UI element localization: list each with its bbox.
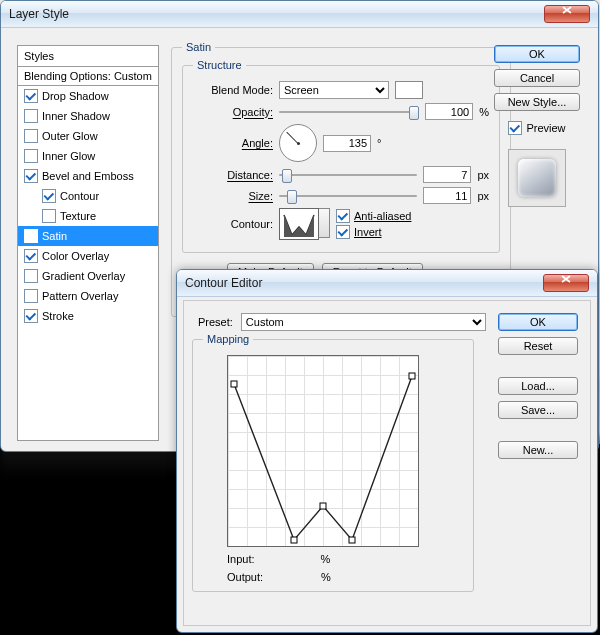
opacity-unit: % — [479, 106, 489, 118]
checkbox-icon — [42, 189, 56, 203]
contour-label: Contour: — [193, 218, 273, 230]
contour-editor-title: Contour Editor — [185, 276, 262, 290]
style-item-label: Inner Glow — [42, 150, 95, 162]
svg-rect-2 — [291, 537, 297, 543]
style-item-label: Gradient Overlay — [42, 270, 125, 282]
style-item-label: Satin — [42, 230, 67, 242]
new-style-button[interactable]: New Style... — [494, 93, 580, 111]
opacity-input[interactable] — [425, 103, 473, 120]
mapping-graph[interactable] — [227, 355, 419, 547]
blending-options-label: Blending Options: Custom — [24, 70, 152, 82]
contour-editor-dialog: Contour Editor Preset: Custom Mapping — [176, 269, 598, 633]
output-unit: % — [321, 571, 331, 583]
size-slider[interactable] — [279, 189, 417, 203]
satin-legend: Satin — [182, 41, 215, 53]
checkbox-icon — [24, 269, 38, 283]
preset-label: Preset: — [198, 316, 233, 328]
style-item-label: Texture — [60, 210, 96, 222]
opacity-slider[interactable] — [279, 105, 419, 119]
checkbox-icon — [336, 225, 350, 239]
angle-dial[interactable] — [279, 124, 317, 162]
contour-editor-titlebar[interactable]: Contour Editor — [177, 270, 597, 297]
style-item-color-overlay[interactable]: Color Overlay — [18, 246, 158, 266]
checkbox-icon — [24, 309, 38, 323]
style-item-texture[interactable]: Texture — [18, 206, 158, 226]
style-item-drop-shadow[interactable]: Drop Shadow — [18, 86, 158, 106]
preset-select[interactable]: Custom — [241, 313, 486, 331]
styles-list: Styles Blending Options: Custom Drop Sha… — [17, 45, 159, 441]
load-button[interactable]: Load... — [498, 377, 578, 395]
cancel-button[interactable]: Cancel — [494, 69, 580, 87]
new-button[interactable]: New... — [498, 441, 578, 459]
style-item-bevel-and-emboss[interactable]: Bevel and Emboss — [18, 166, 158, 186]
invert-checkbox[interactable]: Invert — [336, 225, 411, 239]
checkbox-icon — [508, 121, 522, 135]
style-item-inner-glow[interactable]: Inner Glow — [18, 146, 158, 166]
ok-button[interactable]: OK — [494, 45, 580, 63]
input-label: Input: — [227, 553, 255, 565]
opacity-label[interactable]: Opacity: — [193, 106, 273, 118]
close-button[interactable] — [543, 274, 589, 292]
ok-button[interactable]: OK — [498, 313, 578, 331]
preview-swatch — [508, 149, 566, 207]
blending-options-row[interactable]: Blending Options: Custom — [18, 67, 158, 86]
save-button[interactable]: Save... — [498, 401, 578, 419]
svg-rect-3 — [320, 503, 326, 509]
reset-button[interactable]: Reset — [498, 337, 578, 355]
contour-swatch[interactable] — [279, 208, 319, 240]
mapping-group: Mapping Input: — [192, 333, 474, 592]
checkbox-icon — [24, 109, 38, 123]
style-item-label: Inner Shadow — [42, 110, 110, 122]
size-unit: px — [477, 190, 489, 202]
layer-style-titlebar[interactable]: Layer Style — [1, 1, 598, 28]
style-item-label: Bevel and Emboss — [42, 170, 134, 182]
layer-style-title: Layer Style — [9, 7, 69, 21]
svg-rect-1 — [231, 381, 237, 387]
distance-label[interactable]: Distance: — [193, 169, 273, 181]
checkbox-icon — [24, 89, 38, 103]
mapping-legend: Mapping — [203, 333, 253, 345]
style-item-inner-shadow[interactable]: Inner Shadow — [18, 106, 158, 126]
style-item-outer-glow[interactable]: Outer Glow — [18, 126, 158, 146]
style-item-satin[interactable]: Satin — [18, 226, 158, 246]
angle-label[interactable]: Angle: — [193, 137, 273, 149]
svg-rect-4 — [349, 537, 355, 543]
styles-header[interactable]: Styles — [18, 46, 158, 67]
svg-rect-5 — [409, 373, 415, 379]
anti-aliased-checkbox[interactable]: Anti-aliased — [336, 209, 411, 223]
structure-group: Structure Blend Mode: Screen Opacity: % … — [182, 59, 500, 253]
style-item-stroke[interactable]: Stroke — [18, 306, 158, 326]
distance-slider[interactable] — [279, 168, 417, 182]
checkbox-icon — [24, 169, 38, 183]
preview-checkbox[interactable]: Preview — [494, 121, 580, 135]
style-item-label: Drop Shadow — [42, 90, 109, 102]
style-item-label: Stroke — [42, 310, 74, 322]
checkbox-icon — [24, 129, 38, 143]
size-input[interactable] — [423, 187, 471, 204]
style-item-label: Color Overlay — [42, 250, 109, 262]
output-label: Output: — [227, 571, 263, 583]
contour-dropdown-icon[interactable] — [319, 208, 330, 238]
blend-mode-label: Blend Mode: — [193, 84, 273, 96]
style-item-pattern-overlay[interactable]: Pattern Overlay — [18, 286, 158, 306]
checkbox-icon — [336, 209, 350, 223]
style-item-contour[interactable]: Contour — [18, 186, 158, 206]
checkbox-icon — [42, 209, 56, 223]
checkbox-icon — [24, 249, 38, 263]
distance-unit: px — [477, 169, 489, 181]
checkbox-icon — [24, 229, 38, 243]
style-item-gradient-overlay[interactable]: Gradient Overlay — [18, 266, 158, 286]
checkbox-icon — [24, 149, 38, 163]
style-item-label: Outer Glow — [42, 130, 98, 142]
close-button[interactable] — [544, 5, 590, 23]
structure-legend: Structure — [193, 59, 246, 71]
size-label[interactable]: Size: — [193, 190, 273, 202]
input-unit: % — [321, 553, 331, 565]
blend-color-swatch[interactable] — [395, 81, 423, 99]
style-item-label: Contour — [60, 190, 99, 202]
distance-input[interactable] — [423, 166, 471, 183]
blend-mode-select[interactable]: Screen — [279, 81, 389, 99]
angle-unit: ° — [377, 137, 381, 149]
angle-input[interactable] — [323, 135, 371, 152]
checkbox-icon — [24, 289, 38, 303]
